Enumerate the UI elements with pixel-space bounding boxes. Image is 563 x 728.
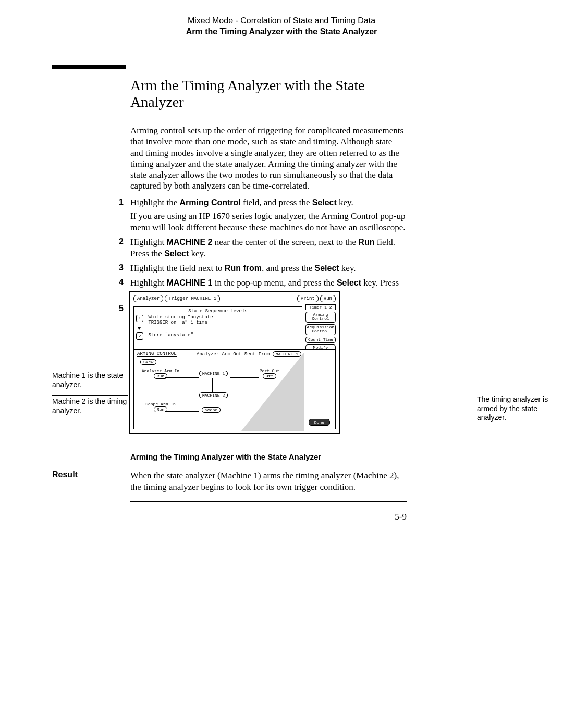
rule-thin xyxy=(129,67,407,67)
popup-portout-label: Port Out xyxy=(251,368,288,373)
step-3-bold-select: Select xyxy=(314,264,339,273)
arrow-down-icon xyxy=(138,327,141,330)
connector-line xyxy=(165,377,199,378)
step-2-bold-select: Select xyxy=(164,249,189,258)
popup-done-button[interactable]: Done xyxy=(309,419,330,426)
step-1-text-c: field, and press the xyxy=(241,198,312,207)
step-2-text-g: key. xyxy=(189,249,205,258)
ss-seq-step2-box[interactable]: 2 xyxy=(136,332,143,340)
page-number: 5-9 xyxy=(395,512,407,522)
step-1-bold-select: Select xyxy=(312,198,337,207)
ss-toolbar-left: Analyzer Trigger MACHINE 1 xyxy=(133,295,220,302)
step-4-bold-select: Select xyxy=(337,278,361,287)
step-3-text-c: , and press the xyxy=(262,263,315,273)
step-2: Highlight MACHINE 2 near the center of t… xyxy=(130,237,407,260)
analyzer-screenshot: Analyzer Trigger MACHINE 1 Print Run Sta… xyxy=(129,291,340,434)
result-label: Result xyxy=(52,470,130,493)
popup-sent-text: Analyzer Arm Out Sent From xyxy=(197,352,270,357)
ss-seq-line3: Store "anystate" xyxy=(148,332,193,338)
step-1-text-a: Highlight the xyxy=(130,198,179,207)
ss-acquisition-control-button[interactable]: Acquisition Control xyxy=(305,324,336,335)
popup-off-button[interactable]: Off xyxy=(263,373,276,379)
popup-title: ARMING CONTROL xyxy=(137,351,177,357)
intro-paragraph: Arming control sets up the order of trig… xyxy=(130,125,407,192)
callout-machine1: Machine 1 is the state analyzer. xyxy=(52,369,128,389)
step-1-text-e: key. xyxy=(337,198,353,207)
step-4-text-c: in the pop-up menu, and press the xyxy=(212,278,336,288)
running-header-line1: Mixed Mode - Correlation of State and Ti… xyxy=(0,16,563,27)
popup-pointer-icon xyxy=(241,353,304,431)
ss-seq-title: State Sequence Levels xyxy=(136,309,300,314)
ss-arming-control-button[interactable]: Arming Control xyxy=(305,312,336,323)
step-2-text-a: Highlight xyxy=(130,237,166,247)
section-title: Arm the Timing Analyzer with the State A… xyxy=(130,77,407,110)
step-4-bold-machine1: MACHINE 1 xyxy=(166,278,212,287)
connector-line-3 xyxy=(165,411,199,412)
step-3-bold-runfrom: Run from xyxy=(225,264,262,273)
rule-thick xyxy=(52,65,126,69)
running-header-line2: Arm the Timing Analyzer with the State A… xyxy=(0,27,563,38)
content-column: Arm the Timing Analyzer with the State A… xyxy=(130,77,407,318)
popup-scope-box[interactable]: Scope xyxy=(202,407,221,413)
running-header: Mixed Mode - Correlation of State and Ti… xyxy=(0,16,563,38)
popup-skew-button[interactable]: Skew xyxy=(140,359,156,365)
popup-sent-from-select[interactable]: MACHINE 1 xyxy=(273,351,301,357)
result-row: Result When the state analyzer (Machine … xyxy=(52,470,407,493)
ss-run-button[interactable]: Run xyxy=(320,295,336,302)
popup-arm-in-label: Analyzer Arm In xyxy=(137,368,184,373)
ss-arming-popup: ARMING CONTROL Analyzer Arm Out Sent Fro… xyxy=(133,349,336,429)
popup-scope-arm-label: Scope Arm In xyxy=(137,402,184,406)
callout-right: The timing analyzer is armed by the stat… xyxy=(477,393,563,423)
step-2-bold-run: Run xyxy=(358,238,374,246)
popup-scope-arm-in: Scope Arm In Run xyxy=(137,402,184,412)
connector-line-2 xyxy=(230,377,259,378)
page: Mixed Mode - Correlation of State and Ti… xyxy=(0,0,563,728)
step-1: Highlight the Arming Control field, and … xyxy=(130,197,407,233)
connector-vline xyxy=(212,378,213,394)
ss-toolbar: Analyzer Trigger MACHINE 1 Print Run xyxy=(133,295,336,302)
ss-sequence-panel: State Sequence Levels 1 While storing "a… xyxy=(133,306,302,351)
ss-print-button[interactable]: Print xyxy=(297,295,319,302)
callout-machine2: Machine 2 is the timing analyzer. xyxy=(52,395,128,415)
popup-machine1-box[interactable]: MACHINE 1 xyxy=(199,371,228,376)
result-text: When the state analyzer (Machine 1) arms… xyxy=(130,470,407,493)
step-1-bold-arming-control: Arming Control xyxy=(179,198,240,207)
step-3: Highlight the field next to Run from, an… xyxy=(130,263,407,274)
step-1-subtext: If you are using an HP 1670 series logic… xyxy=(130,211,407,233)
bottom-rule xyxy=(130,501,407,502)
ss-seq-step1-box[interactable]: 1 xyxy=(136,315,143,322)
popup-run1-button[interactable]: Run xyxy=(154,373,167,379)
ss-seq-line1: While storing "anystate" xyxy=(148,315,216,320)
step-2-bold-machine2: MACHINE 2 xyxy=(166,238,212,246)
ss-timer-label: Timer 1 2 xyxy=(305,304,336,310)
step-3-text-a: Highlight the field next to xyxy=(130,263,225,273)
ss-count-time-button[interactable]: Count Time xyxy=(305,337,336,343)
figure: Machine 1 is the state analyzer. Machine… xyxy=(52,291,511,452)
figure-caption: Arming the Timing Analyzer with the Stat… xyxy=(130,452,321,461)
ss-analyzer-button[interactable]: Analyzer xyxy=(133,295,163,302)
ss-trigger-button[interactable]: Trigger MACHINE 1 xyxy=(165,295,220,302)
step-3-text-e: key. xyxy=(339,263,356,273)
popup-sent-label: Analyzer Arm Out Sent From MACHINE 1 xyxy=(197,351,301,357)
popup-machine2-box[interactable]: MACHINE 2 xyxy=(199,392,228,398)
step-4-text-a: Highlight xyxy=(130,278,166,288)
ss-toolbar-right: Print Run xyxy=(297,295,336,302)
step-2-text-c: near the center of the screen, next to t… xyxy=(212,237,358,247)
ss-seq-line2: TRIGGER on "a" 1 time xyxy=(148,320,207,325)
